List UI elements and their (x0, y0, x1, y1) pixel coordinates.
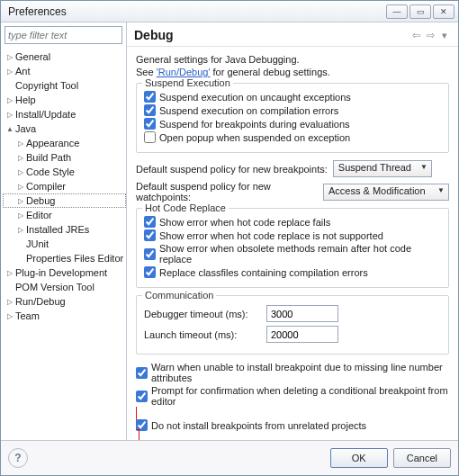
chk-uncaught[interactable]: Suspend execution on uncaught exceptions (144, 91, 441, 103)
ok-button[interactable]: OK (330, 448, 388, 468)
twist-icon[interactable]: ▷ (4, 269, 15, 277)
page-body: General settings for Java Debugging. See… (127, 47, 458, 440)
chk-bp-eval-box[interactable] (144, 118, 156, 130)
chk-unrelated-bp-box[interactable] (136, 419, 148, 431)
tree-item[interactable]: ▷Editor (3, 208, 126, 222)
close-button[interactable]: ✕ (433, 4, 454, 19)
chk-bp-eval[interactable]: Suspend for breakpoints during evaluatio… (144, 118, 441, 130)
dialog-footer: ? OK Cancel (1, 441, 458, 475)
tree-item[interactable]: ▷Installed JREs (3, 222, 126, 237)
tree-item[interactable]: ▷Build Path (3, 150, 126, 165)
tree-item[interactable]: ▷Ant (3, 64, 126, 78)
chk-prompt-delete-box[interactable] (136, 391, 148, 402)
chk-popup[interactable]: Open popup when suspended on exception (144, 131, 441, 143)
tree-item[interactable]: ▷Team (3, 309, 126, 323)
preferences-tree[interactable]: ▷General▷AntCopyright Tool▷Help▷Install/… (1, 48, 126, 440)
tree-item[interactable]: ▷Help (3, 93, 126, 107)
tree-item[interactable]: ▷General (3, 49, 126, 64)
tree-label: Install/Update (15, 109, 76, 120)
tree-label: Build Path (26, 152, 71, 163)
help-icon[interactable]: ? (8, 448, 28, 468)
tree-label: Help (15, 94, 36, 105)
tree-item[interactable]: Properties Files Editor (3, 251, 126, 265)
chk-hcr-fail[interactable]: Show error when hot code replace fails (144, 216, 441, 228)
titlebar[interactable]: Preferences — ▭ ✕ (1, 1, 458, 22)
twist-icon[interactable]: ▷ (4, 96, 15, 104)
chk-unrelated-bp[interactable]: Do not install breakpoints from unrelate… (136, 419, 449, 431)
chk-warn-linenum[interactable]: Warn when unable to install breakpoint d… (136, 362, 449, 383)
chk-warn-linenum-box[interactable] (136, 367, 148, 379)
chk-hcr-unsupported[interactable]: Show error when hot code replace is not … (144, 229, 441, 241)
intro-text: General settings for Java Debugging. (136, 54, 449, 65)
twist-icon[interactable]: ▷ (15, 211, 26, 220)
chk-uncaught-box[interactable] (144, 91, 156, 103)
twist-icon[interactable]: ▷ (4, 312, 15, 320)
twist-icon[interactable]: ▷ (4, 67, 15, 76)
tree-item[interactable]: ▷Debug (3, 193, 126, 208)
dbg-timeout-input[interactable] (266, 305, 338, 322)
run-debug-link[interactable]: 'Run/Debug' (157, 67, 211, 77)
launch-timeout-input[interactable] (266, 326, 338, 343)
group-label: Suspend Execution (142, 77, 233, 88)
tree-label: Java (15, 123, 36, 134)
tree-item[interactable]: ▷Code Style (3, 165, 126, 179)
policy-wp-combo[interactable]: Access & Modification (323, 184, 449, 201)
chk-hcr-replace-box[interactable] (144, 266, 156, 278)
cancel-button[interactable]: Cancel (393, 448, 451, 468)
chk-hcr-obsolete[interactable]: Show error when obsolete methods remain … (144, 243, 441, 265)
chk-prompt-delete[interactable]: Prompt for confirmation when deleting a … (136, 385, 449, 407)
chk-comp-err-box[interactable] (144, 104, 156, 116)
tree-label: JUnit (26, 238, 49, 249)
chk-hcr-fail-box[interactable] (144, 216, 156, 228)
tree-label: Team (15, 310, 40, 321)
policy-bp-row: Default suspend policy for new breakpoin… (136, 160, 449, 177)
tree-label: General (15, 51, 50, 62)
chk-hcr-unsupported-box[interactable] (144, 229, 156, 241)
see-prefix: See (136, 67, 157, 77)
twist-icon[interactable]: ▷ (15, 139, 26, 148)
tree-item[interactable]: ▷Run/Debug (3, 294, 126, 309)
tree-label: POM Version Tool (15, 282, 94, 292)
back-icon[interactable]: ⇦ (410, 29, 422, 41)
twist-icon[interactable]: ▷ (15, 197, 26, 205)
policy-bp-label: Default suspend policy for new breakpoin… (136, 164, 328, 175)
tree-item[interactable]: POM Version Tool (3, 280, 126, 294)
minimize-button[interactable]: — (386, 4, 408, 19)
forward-icon[interactable]: ⇨ (424, 29, 436, 41)
page-nav: ⇦ ⇨ ▾ (410, 29, 451, 41)
chk-hcr-replace[interactable]: Replace classfiles containing compilatio… (144, 266, 441, 278)
twist-icon[interactable]: ▷ (15, 154, 26, 162)
tree-label: Code Style (26, 166, 75, 177)
twist-icon[interactable]: ▷ (15, 183, 26, 191)
page-title: Debug (134, 28, 410, 42)
twist-icon[interactable]: ▷ (4, 298, 15, 306)
twist-icon[interactable]: ▷ (15, 168, 26, 176)
chk-comp-err[interactable]: Suspend execution on compilation errors (144, 104, 441, 116)
tree-item[interactable]: ▷Plug-in Development (3, 265, 126, 280)
window-buttons: — ▭ ✕ (386, 4, 454, 19)
policy-wp-row: Default suspend policy for new watchpoin… (136, 181, 449, 202)
dropdown-icon[interactable]: ▾ (438, 29, 451, 41)
content-area: ▷General▷AntCopyright Tool▷Help▷Install/… (1, 22, 458, 441)
chk-hcr-obsolete-box[interactable] (144, 248, 156, 260)
maximize-button[interactable]: ▭ (410, 4, 431, 19)
twist-icon[interactable]: ▷ (4, 53, 15, 61)
tree-item[interactable]: ▷Install/Update (3, 107, 126, 121)
tree-item[interactable]: ▲Java (3, 121, 126, 136)
filter-box (4, 26, 122, 44)
policy-bp-combo[interactable]: Suspend Thread (333, 160, 432, 177)
tree-label: Debug (26, 195, 55, 206)
tree-item[interactable]: ▷Appearance (3, 136, 126, 150)
filter-input[interactable] (4, 26, 122, 44)
twist-icon[interactable]: ▷ (4, 111, 15, 119)
right-panel: Debug ⇦ ⇨ ▾ General settings for Java De… (127, 22, 458, 440)
tree-label: Editor (26, 210, 52, 220)
tree-item[interactable]: Copyright Tool (3, 78, 126, 93)
tree-label: Run/Debug (15, 296, 66, 307)
tree-item[interactable]: ▷Compiler (3, 179, 126, 193)
twist-icon[interactable]: ▲ (4, 125, 15, 133)
chk-popup-box[interactable] (144, 131, 156, 143)
group-label: Hot Code Replace (142, 202, 229, 213)
tree-item[interactable]: JUnit (3, 237, 126, 251)
twist-icon[interactable]: ▷ (15, 226, 26, 234)
